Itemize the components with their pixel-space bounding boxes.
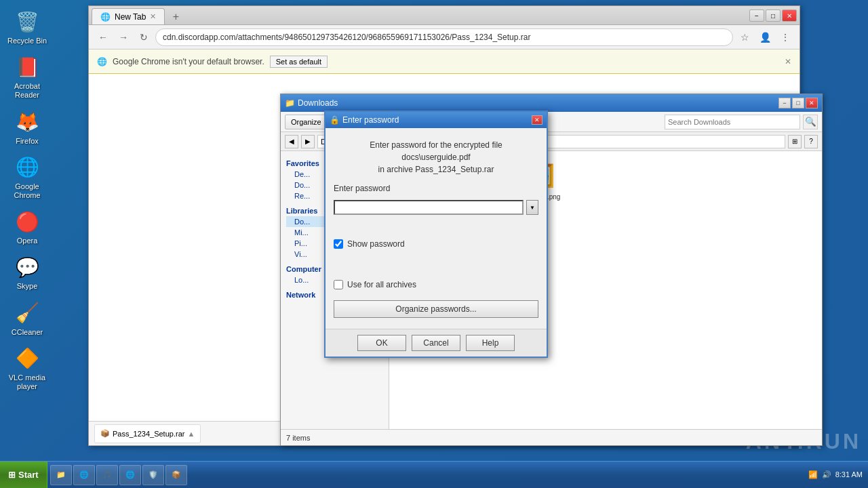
- google-chrome-icon[interactable]: 🌐 Google Chrome: [3, 151, 52, 203]
- taskbar-chrome[interactable]: 🌐: [119, 465, 141, 485]
- taskbar-items: 📁 🌐 🎵 🌐 🛡️ 📦: [47, 462, 803, 488]
- acrobat-label: Acrobat Reader: [5, 82, 49, 100]
- start-label: Start: [18, 470, 39, 480]
- password-dialog-buttons: OK Cancel Help: [326, 329, 547, 357]
- downloads-maximize[interactable]: □: [792, 98, 804, 108]
- firefox-label: Firefox: [16, 137, 39, 146]
- recycle-bin-icon[interactable]: 🗑️ Recycle Bin: [3, 5, 52, 48]
- start-button[interactable]: ⊞ Start: [0, 462, 47, 488]
- acrobat-icon[interactable]: 📕 Acrobat Reader: [3, 51, 52, 102]
- opera-icon[interactable]: 🔴 Opera: [3, 205, 52, 248]
- chrome-info-text: Google Chrome isn't your default browser…: [113, 57, 264, 66]
- downloads-statusbar: 7 items: [281, 429, 822, 445]
- address-bar[interactable]: [155, 28, 733, 46]
- downloads-minimize[interactable]: −: [778, 98, 791, 108]
- taskbar-time[interactable]: 8:31 AM: [835, 470, 863, 479]
- chrome-info-bar: 🌐 Google Chrome isn't your default brows…: [89, 49, 800, 74]
- taskbar-folder[interactable]: 📁: [50, 465, 72, 485]
- help-nav-button[interactable]: ?: [804, 135, 818, 148]
- downloads-window-title: Downloads: [298, 98, 338, 108]
- pwd-msg-line2: docs\userguide.pdf: [334, 151, 538, 163]
- taskbar-clock: 8:31 AM: [835, 470, 863, 479]
- ok-button[interactable]: OK: [357, 335, 406, 351]
- cancel-button[interactable]: Cancel: [412, 335, 460, 351]
- show-password-label[interactable]: Show password: [347, 239, 405, 249]
- opera-img: 🔴: [14, 208, 41, 235]
- vlc-img: 🔶: [14, 345, 41, 372]
- ccleaner-label: CCleaner: [12, 328, 43, 337]
- chrome-tab-close[interactable]: ✕: [150, 12, 156, 21]
- ccleaner-img: 🧹: [14, 300, 41, 327]
- help-button[interactable]: Help: [466, 335, 515, 351]
- password-dialog-controls: ✕: [532, 115, 542, 125]
- pwd-spacer2: [334, 254, 538, 274]
- search-button[interactable]: 🔍: [803, 115, 818, 129]
- chrome-tab-favicon: 🌐: [100, 12, 111, 22]
- chrome-logo-small: 🌐: [97, 57, 107, 66]
- download-item[interactable]: 📦 Pass_1234_Setup.rar ▲: [94, 424, 201, 443]
- back-button[interactable]: ←: [94, 28, 112, 46]
- downloads-win-controls: − □ ✕: [778, 98, 818, 108]
- tray-volume-icon: 🔊: [822, 470, 831, 479]
- skype-icon[interactable]: 💬 Skype: [3, 251, 52, 293]
- tray-network-icon: 📶: [808, 470, 818, 479]
- use-for-all-checkbox[interactable]: [334, 280, 343, 289]
- password-input[interactable]: [334, 200, 524, 215]
- nav-back[interactable]: ◀: [285, 135, 298, 148]
- skype-label: Skype: [17, 282, 38, 291]
- taskbar-tray: 📶 🔊 8:31 AM: [803, 470, 868, 479]
- profile-button[interactable]: 👤: [756, 28, 774, 46]
- password-dialog-title: Enter password: [342, 115, 399, 125]
- taskbar-security[interactable]: 🛡️: [142, 465, 164, 485]
- password-dropdown[interactable]: ▼: [526, 200, 538, 215]
- chrome-img: 🌐: [14, 154, 41, 181]
- chrome-label: Google Chrome: [5, 182, 49, 200]
- download-chevron[interactable]: ▲: [187, 430, 195, 438]
- ccleaner-icon[interactable]: 🧹 CCleaner: [3, 297, 52, 340]
- nav-forward[interactable]: ▶: [301, 135, 315, 148]
- password-dialog-message: Enter password for the encrypted file do…: [334, 136, 538, 178]
- password-dialog-body: Enter password for the encrypted file do…: [326, 128, 547, 329]
- taskbar-media[interactable]: 🎵: [96, 465, 118, 485]
- show-password-checkbox[interactable]: [334, 239, 343, 249]
- pwd-spacer: [334, 220, 538, 234]
- recycle-bin-label: Recycle Bin: [7, 37, 47, 45]
- use-for-all-row: Use for all archives: [334, 280, 538, 289]
- opera-label: Opera: [17, 237, 38, 245]
- recycle-bin-img: 🗑️: [14, 8, 41, 35]
- search-input[interactable]: [665, 115, 800, 129]
- forward-button[interactable]: →: [115, 28, 132, 46]
- download-icon: 📦: [100, 429, 110, 438]
- set-default-button[interactable]: Set as default: [270, 56, 328, 68]
- maximize-button[interactable]: □: [766, 9, 781, 22]
- password-dialog-titlebar: 🔒 Enter password ✕: [326, 112, 547, 128]
- info-bar-close[interactable]: ✕: [785, 57, 791, 66]
- firefox-img: 🦊: [14, 108, 41, 136]
- chrome-tab-label: New Tab: [115, 12, 146, 22]
- bookmark-button[interactable]: ☆: [736, 28, 753, 46]
- chrome-tab[interactable]: 🌐 New Tab ✕: [92, 8, 165, 24]
- chrome-titlebar: 🌐 New Tab ✕ + − □ ✕: [89, 6, 800, 25]
- taskbar-winrar[interactable]: 📦: [165, 465, 187, 485]
- organize-button[interactable]: Organize: [285, 115, 328, 129]
- downloads-close[interactable]: ✕: [806, 98, 818, 108]
- views-button[interactable]: ⊞: [788, 135, 802, 148]
- taskbar: ⊞ Start 📁 🌐 🎵 🌐 🛡️ 📦 📶 🔊 8:31 AM: [0, 461, 868, 488]
- close-button[interactable]: ✕: [782, 9, 797, 22]
- new-tab-button[interactable]: +: [166, 9, 185, 24]
- chrome-toolbar: ← → ↻ ☆ 👤 ⋮: [89, 25, 800, 49]
- download-filename: Pass_1234_Setup.rar: [113, 430, 184, 438]
- desktop: 🗑️ Recycle Bin 📕 Acrobat Reader 🦊 Firefo…: [0, 0, 868, 488]
- pwd-msg-line3: in archive Pass_1234_Setup.rar: [334, 163, 538, 176]
- use-for-all-label[interactable]: Use for all archives: [347, 280, 416, 289]
- reload-button[interactable]: ↻: [135, 28, 153, 46]
- organize-passwords-button[interactable]: Organize passwords...: [334, 300, 538, 318]
- vlc-icon[interactable]: 🔶 VLC media player: [3, 342, 52, 394]
- pwd-input-label: Enter password: [334, 184, 538, 193]
- pwd-msg-line1: Enter password for the encrypted file: [334, 139, 538, 151]
- minimize-button[interactable]: −: [749, 9, 764, 22]
- firefox-icon[interactable]: 🦊 Firefox: [3, 106, 52, 148]
- menu-button[interactable]: ⋮: [776, 28, 794, 46]
- password-dialog-close[interactable]: ✕: [532, 115, 542, 125]
- taskbar-ie[interactable]: 🌐: [73, 465, 95, 485]
